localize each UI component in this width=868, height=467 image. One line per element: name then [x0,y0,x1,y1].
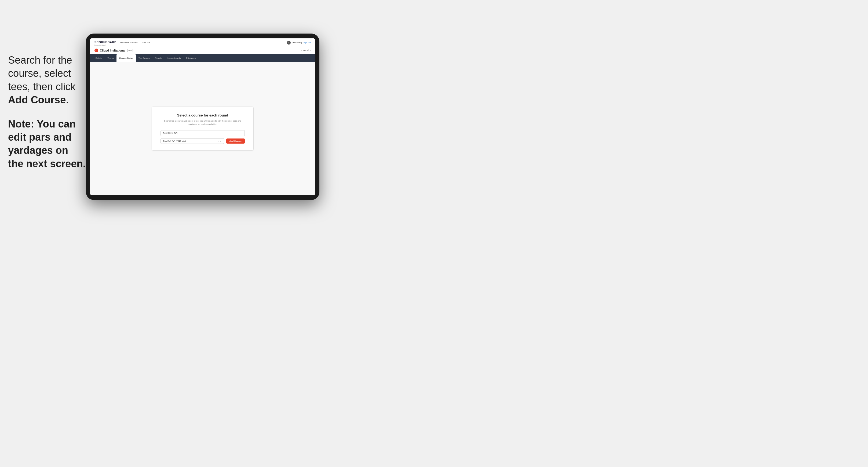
cancel-button[interactable]: Cancel × [301,49,311,52]
nav-teams[interactable]: TEAMS [142,41,150,44]
note-text: Note: You can edit pars and yardages on … [8,118,86,171]
instruction-text: Search for the course, select tees, then… [8,54,86,107]
dropdown-icon[interactable]: ⌄ [220,140,222,142]
logo: SCOREBOARD Powered by clippd [94,39,117,46]
tab-printables[interactable]: Printables [183,54,198,62]
top-nav-links: TOURNAMENTS TEAMS [120,41,150,44]
tournament-gender: (Men) [127,49,133,52]
instruction-bold: Add Course [8,94,66,105]
tablet-frame: SCOREBOARD Powered by clippd TOURNAMENTS… [86,34,319,200]
tablet-screen: SCOREBOARD Powered by clippd TOURNAMENTS… [90,38,315,195]
logo-text: SCOREBOARD [94,41,117,44]
main-content: Select a course for each round Search fo… [90,62,315,195]
nav-tournaments[interactable]: TOURNAMENTS [120,41,138,44]
add-course-button[interactable]: Add Course [226,138,245,144]
card-title: Select a course for each round [160,113,245,117]
tee-select-controls: × ⌄ [218,140,222,142]
cancel-icon: × [309,49,311,52]
tab-results[interactable]: Results [152,54,165,62]
instruction-panel: Search for the course, select tees, then… [8,54,86,181]
tab-course-setup[interactable]: Course Setup [117,54,136,62]
tab-tee-groups[interactable]: Tee Groups [136,54,152,62]
top-nav: SCOREBOARD Powered by clippd TOURNAMENTS… [90,38,315,47]
course-search-input[interactable] [160,130,245,136]
tournament-name: Clippd Invitational [100,49,125,52]
tournament-logo: C [94,49,98,52]
top-nav-right: T Test User | Sign out [287,41,311,44]
course-selector-card: Select a course for each round Search fo… [152,106,254,151]
card-subtitle: Search for a course and select a tee. Yo… [160,119,245,126]
tab-details[interactable]: Details [93,54,105,62]
tee-select-row: Gold (M) (M) (7010 yds) × ⌄ Add Course [160,138,245,144]
user-avatar: T [287,41,291,44]
tab-navigation: Details Teams Course Setup Tee Groups Re… [90,54,315,62]
tab-leaderboards[interactable]: Leaderboards [165,54,183,62]
logo-area: SCOREBOARD Powered by clippd TOURNAMENTS… [94,39,150,46]
signout-link[interactable]: Sign out [303,41,311,44]
tee-select[interactable]: Gold (M) (M) (7010 yds) × ⌄ [160,138,224,144]
user-label: Test User | [292,41,302,44]
logo-sub: Powered by clippd [94,44,117,46]
tournament-title: C Clippd Invitational (Men) [94,49,133,52]
tournament-bar: C Clippd Invitational (Men) Cancel × [90,47,315,54]
tee-value: Gold (M) (M) (7010 yds) [163,140,186,142]
cancel-label: Cancel [301,49,309,52]
clear-icon[interactable]: × [218,140,219,142]
tab-teams[interactable]: Teams [105,54,117,62]
